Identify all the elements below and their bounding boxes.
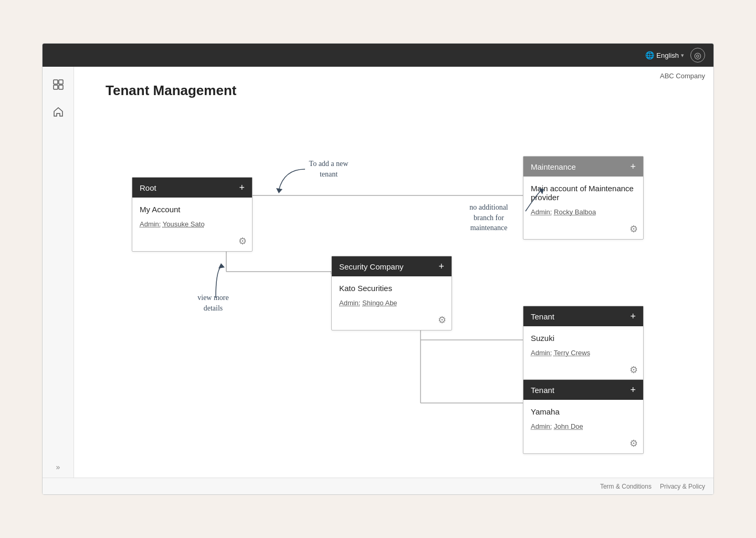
security-settings-icon[interactable]: ⚙: [438, 314, 446, 326]
annotation-add-tenant: To add a newtenant: [295, 159, 363, 179]
maintenance-add-button[interactable]: +: [630, 162, 636, 171]
root-card-footer: ⚙: [132, 233, 252, 251]
language-icon: 🌐: [645, 51, 654, 59]
svg-rect-2: [54, 85, 58, 89]
root-admin-name: Yousuke Sato: [163, 220, 205, 228]
maintenance-card-header: Maintenance +: [523, 157, 643, 177]
tenant1-card-body: Suzuki Admin: Terry Crews: [523, 326, 643, 362]
tenant2-settings-icon[interactable]: ⚙: [629, 438, 638, 449]
maintenance-card-body: Main account of Maintenance provider Adm…: [523, 177, 643, 221]
tenant1-settings-icon[interactable]: ⚙: [629, 364, 638, 376]
security-card-header: Security Company +: [332, 256, 452, 276]
security-card-admin: Admin: Shingo Abe: [339, 299, 444, 307]
svg-rect-0: [54, 80, 58, 84]
user-icon: ◎: [694, 50, 701, 60]
root-card-header: Root +: [132, 178, 252, 198]
tenant2-add-button[interactable]: +: [630, 385, 636, 395]
root-account-name: My Account: [140, 205, 245, 214]
maintenance-settings-icon[interactable]: ⚙: [629, 223, 638, 235]
tenant2-card-footer: ⚙: [523, 436, 643, 453]
maintenance-card-footer: ⚙: [523, 221, 643, 239]
sidebar: »: [43, 67, 74, 478]
maintenance-card-admin: Admin: Rocky Balboa: [531, 208, 636, 216]
tenant2-card-header: Tenant +: [523, 380, 643, 400]
tenant2-card-body: Yamaha Admin: John Doe: [523, 400, 643, 436]
root-card-title: Root: [140, 183, 156, 192]
sidebar-grid-icon[interactable]: [49, 75, 68, 94]
tenant2-card: Tenant + Yamaha Admin: John Doe ⚙: [523, 379, 644, 454]
tenant1-card-title: Tenant: [531, 312, 554, 321]
svg-rect-1: [59, 80, 63, 84]
annotation-view-details: view moredetails: [179, 293, 247, 313]
tenant2-card-title: Tenant: [531, 386, 554, 395]
expand-icon: »: [56, 463, 60, 471]
topbar-right: 🌐 English ▾ ◎: [645, 48, 705, 63]
svg-rect-3: [59, 85, 63, 89]
maintenance-admin-label: Admin:: [531, 208, 552, 216]
tenant1-card-admin: Admin: Terry Crews: [531, 349, 636, 357]
tenant1-account-name: Suzuki: [531, 334, 636, 343]
tenant1-admin-label: Admin:: [531, 349, 552, 357]
security-card: Security Company + Kato Securities Admin…: [331, 256, 452, 330]
screen-wrapper: 🌐 English ▾ ◎: [42, 43, 714, 495]
root-admin-label: Admin:: [140, 220, 161, 228]
sidebar-expand-button[interactable]: »: [56, 463, 60, 471]
tenant2-account-name: Yamaha: [531, 407, 636, 416]
root-card-admin: Admin: Yousuke Sato: [140, 220, 245, 228]
tenant1-admin-name: Terry Crews: [554, 349, 590, 357]
root-card: Root + My Account Admin: Yousuke Sato ⚙: [132, 177, 253, 252]
page-title: Tenant Management: [106, 82, 236, 99]
root-card-body: My Account Admin: Yousuke Sato: [132, 198, 252, 233]
maintenance-card: Maintenance + Main account of Maintenanc…: [523, 156, 644, 240]
tenant1-card: Tenant + Suzuki Admin: Terry Crews ⚙: [523, 306, 644, 380]
language-button[interactable]: 🌐 English ▾: [645, 51, 684, 59]
tenant2-admin-name: John Doe: [554, 422, 583, 430]
maintenance-admin-name: Rocky Balboa: [554, 208, 596, 216]
tenant2-admin-label: Admin:: [531, 422, 552, 430]
terms-link[interactable]: Term & Conditions: [600, 483, 652, 490]
company-name: ABC Company: [660, 72, 705, 80]
security-card-body: Kato Securities Admin: Shingo Abe: [332, 276, 452, 312]
privacy-link[interactable]: Privacy & Policy: [660, 483, 705, 490]
root-add-button[interactable]: +: [239, 183, 245, 192]
main-area: » ABC Company Tenant Management: [43, 67, 713, 478]
security-account-name: Kato Securities: [339, 284, 444, 293]
tenant2-card-admin: Admin: John Doe: [531, 422, 636, 430]
root-settings-icon[interactable]: ⚙: [238, 235, 247, 247]
user-icon-button[interactable]: ◎: [690, 48, 705, 63]
sidebar-home-icon[interactable]: [49, 102, 68, 121]
language-label: English: [656, 51, 679, 59]
topbar: 🌐 English ▾ ◎: [43, 44, 713, 67]
chevron-down-icon: ▾: [681, 52, 684, 59]
security-card-footer: ⚙: [332, 312, 452, 330]
tenant1-add-button[interactable]: +: [630, 312, 636, 321]
security-admin-name: Shingo Abe: [362, 299, 397, 307]
security-add-button[interactable]: +: [438, 262, 444, 271]
content-area: ABC Company Tenant Management: [74, 67, 713, 478]
tenant1-card-footer: ⚙: [523, 362, 643, 380]
maintenance-card-title: Maintenance: [531, 162, 576, 171]
security-card-title: Security Company: [339, 262, 404, 271]
maintenance-account-name: Main account of Maintenance provider: [531, 184, 636, 202]
security-admin-label: Admin:: [339, 299, 360, 307]
footer: Term & Conditions Privacy & Policy: [43, 478, 713, 494]
annotation-no-additional: no additionalbranch formaintenance: [447, 202, 531, 233]
tenant1-card-header: Tenant +: [523, 306, 643, 326]
